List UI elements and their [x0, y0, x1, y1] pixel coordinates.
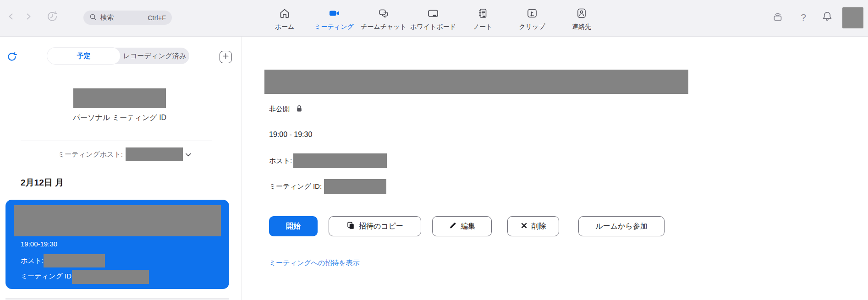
chat-bubbles-icon [378, 7, 390, 21]
whiteboard-icon [427, 7, 439, 21]
meeting-host-filter-label: ミーティングホスト: [58, 150, 123, 159]
refresh-icon [6, 56, 18, 64]
plus-icon [222, 53, 229, 61]
pencil-icon [449, 222, 456, 231]
tab-whiteboard[interactable]: ホワイトボード [408, 0, 458, 37]
tab-upcoming[interactable]: 予定 [47, 48, 120, 64]
host-row: ホスト: [269, 153, 387, 168]
tab-recorded[interactable]: レコーディング済み [120, 48, 189, 64]
tab-meetings[interactable]: ミーティング [309, 0, 359, 37]
start-button[interactable]: 開始 [269, 216, 318, 236]
copy-icon [346, 221, 355, 231]
redacted-meeting-id-main [324, 179, 386, 194]
redacted-meeting-title [14, 205, 221, 236]
search-input[interactable]: 検索 Ctrl+F [83, 11, 172, 25]
refresh-button[interactable] [6, 51, 18, 63]
meeting-id-row: ミーティング ID: [269, 179, 386, 194]
join-from-room-button[interactable]: ルームから参加 [578, 216, 665, 236]
date-header: 2月12日 月 [21, 177, 64, 189]
connect-device-button[interactable] [770, 8, 786, 27]
sidebar-segmented-control: 予定 レコーディング済み [47, 48, 189, 64]
personal-meeting-id-label: パーソナル ミーティング ID [47, 113, 192, 123]
history-button[interactable] [44, 7, 60, 27]
help-button[interactable]: ? [796, 8, 811, 27]
tab-notes-label: ノート [473, 23, 493, 31]
action-buttons: 開始 招待のコピー 編集 [269, 216, 665, 236]
add-meeting-button[interactable] [220, 51, 232, 63]
notebook-icon [477, 7, 489, 21]
tab-home-label: ホーム [275, 23, 295, 31]
tab-home[interactable]: ホーム [260, 0, 309, 37]
tab-team-chat-label: チームチャット [361, 23, 407, 31]
chevron-down-icon [186, 150, 191, 158]
tab-whiteboard-label: ホワイトボード [410, 23, 456, 31]
delete-label: 削除 [532, 222, 546, 231]
redacted-host-name [126, 147, 183, 161]
chevron-right-icon [24, 12, 33, 23]
meeting-time: 19:00-19:30 [21, 240, 57, 248]
privacy-label: 非公開 [269, 105, 290, 114]
redacted-host-name-main [293, 153, 387, 168]
contacts-icon [576, 7, 588, 21]
tab-team-chat[interactable]: チームチャット [359, 0, 408, 37]
meeting-time-range: 19:00 - 19:30 [269, 131, 312, 139]
chevron-left-icon [6, 12, 16, 23]
redacted-meeting-host [44, 254, 105, 267]
tab-meetings-label: ミーティング [314, 23, 354, 31]
avatar[interactable] [842, 7, 863, 28]
tab-contacts-label: 連絡先 [572, 23, 591, 31]
question-mark-icon: ? [801, 12, 806, 23]
privacy-row: 非公開 [269, 104, 303, 114]
meeting-id-label: ミーティング ID: [21, 272, 73, 281]
cast-device-icon [771, 10, 784, 25]
top-bar: 検索 Ctrl+F ホーム ミーティング [0, 0, 868, 37]
meeting-id-label-main: ミーティング ID: [269, 182, 322, 191]
search-icon [89, 13, 97, 22]
redacted-meeting-title-main [264, 70, 688, 94]
meeting-host-label: ホスト: [21, 256, 44, 265]
bell-icon [821, 10, 834, 25]
redacted-personal-meeting-id [73, 88, 166, 108]
copy-invitation-label: 招待のコピー [359, 222, 403, 231]
copy-invitation-button[interactable]: 招待のコピー [329, 216, 421, 236]
meeting-host-filter[interactable]: ミーティングホスト: [58, 147, 191, 161]
clips-icon [526, 7, 538, 21]
tab-clips-label: クリップ [519, 23, 545, 31]
meeting-detail-panel: 非公開 19:00 - 19:30 ホスト: ミーティング ID: 開始 [242, 37, 868, 300]
main-nav-tabs: ホーム ミーティング チームチャット [260, 0, 606, 37]
zoom-app-window: 検索 Ctrl+F ホーム ミーティング [0, 0, 868, 300]
meetings-sidebar: 予定 レコーディング済み パーソナル ミーティング ID ミーティングホスト: … [0, 37, 242, 300]
lock-icon [296, 104, 303, 114]
selected-meeting-card[interactable]: 19:00-19:30 ホスト: ミーティング ID: [5, 200, 229, 289]
edit-label: 編集 [461, 222, 475, 231]
tab-contacts[interactable]: 連絡先 [557, 0, 606, 37]
forward-button[interactable] [22, 10, 35, 25]
back-button[interactable] [5, 10, 17, 25]
home-icon [279, 7, 291, 21]
edit-button[interactable]: 編集 [432, 216, 492, 236]
x-icon [521, 222, 527, 231]
delete-button[interactable]: 削除 [507, 216, 559, 236]
notifications-button[interactable] [819, 8, 835, 27]
tab-clips[interactable]: クリップ [507, 0, 557, 37]
search-shortcut-hint: Ctrl+F [148, 14, 166, 22]
redacted-meeting-id [72, 270, 149, 284]
search-placeholder: 検索 [100, 13, 114, 22]
video-camera-icon [328, 7, 340, 21]
tab-notes[interactable]: ノート [458, 0, 507, 37]
sidebar-divider [21, 141, 212, 141]
next-item-edge [5, 298, 229, 300]
history-clock-icon [45, 10, 59, 25]
show-meeting-invitation-link[interactable]: ミーティングへの招待を表示 [269, 259, 360, 267]
host-label: ホスト: [269, 157, 292, 165]
